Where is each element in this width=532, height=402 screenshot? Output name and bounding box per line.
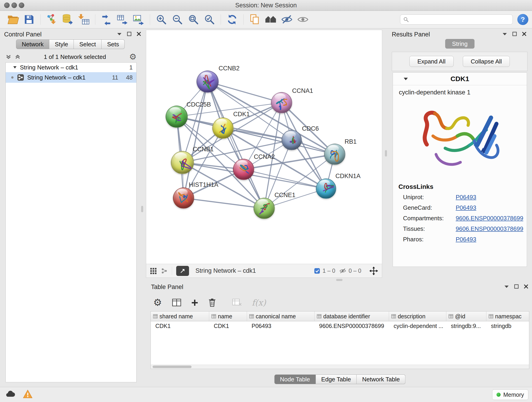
network-node-ccna1[interactable]: [271, 92, 292, 113]
expand-all-networks-icon[interactable]: [15, 54, 21, 60]
close-panel-icon[interactable]: [524, 284, 528, 289]
network-node-hist1h1a[interactable]: [173, 187, 194, 209]
search-field[interactable]: [400, 14, 513, 25]
tab-network[interactable]: Network: [16, 39, 49, 49]
crosslink-link[interactable]: P06493: [456, 194, 476, 201]
network-edge[interactable]: [208, 82, 264, 208]
table-cell[interactable]: stringdb: [486, 321, 529, 331]
tab-edge-table[interactable]: Edge Table: [316, 375, 357, 384]
float-panel-icon[interactable]: [512, 32, 517, 36]
tab-select[interactable]: Select: [74, 39, 101, 49]
network-collection-row[interactable]: String Network – cdk1 1: [6, 63, 136, 72]
pan-crosshair-icon[interactable]: [369, 266, 378, 275]
close-panel-icon[interactable]: [522, 32, 526, 36]
tab-network-table[interactable]: Network Table: [357, 375, 405, 384]
right-splitter-handle[interactable]: [385, 150, 387, 157]
collapse-all-networks-icon[interactable]: [6, 54, 12, 60]
network-node-cdc25b[interactable]: [166, 106, 188, 128]
crosslink-link[interactable]: 9606.ENSP00000378699: [456, 225, 523, 232]
table-options-gear-icon[interactable]: ⚙: [153, 298, 162, 307]
show-all-button[interactable]: [295, 12, 311, 27]
zoom-out-button[interactable]: [169, 12, 185, 27]
memory-button[interactable]: Memory: [492, 389, 528, 400]
network-edge[interactable]: [244, 169, 326, 189]
column-header-database-identifier[interactable]: database identifier: [315, 312, 389, 321]
network-node-cdk1[interactable]: [212, 118, 234, 139]
import-network-from-file-button[interactable]: [44, 12, 60, 27]
show-columns-icon[interactable]: [172, 299, 181, 306]
home-button[interactable]: [263, 12, 279, 27]
network-node-cdkn1a[interactable]: [316, 179, 336, 199]
tab-node-table[interactable]: Node Table: [274, 375, 316, 384]
network-node-ccne1[interactable]: [254, 198, 275, 219]
column-header-description[interactable]: description: [389, 312, 446, 321]
table-cell[interactable]: 9606.ENSP00000378699: [315, 321, 389, 331]
float-panel-icon[interactable]: [514, 284, 519, 289]
column-header-name[interactable]: name: [209, 312, 247, 321]
help-button[interactable]: ?: [517, 14, 528, 25]
delete-column-icon[interactable]: [208, 298, 216, 307]
network-node-ccna2[interactable]: [233, 159, 254, 180]
collapse-panel-icon[interactable]: [504, 285, 509, 288]
collapse-panel-icon[interactable]: [502, 32, 507, 36]
export-table-button[interactable]: [114, 12, 131, 27]
expand-all-button[interactable]: Expand All: [409, 56, 454, 67]
save-session-button[interactable]: [21, 12, 37, 27]
table-cell[interactable]: CDK1: [209, 321, 247, 331]
network-node-cdc6[interactable]: [282, 130, 302, 150]
import-table-from-file-button[interactable]: [76, 12, 92, 27]
tab-sets[interactable]: Sets: [101, 39, 125, 49]
cloud-icon[interactable]: [5, 390, 16, 398]
hide-selected-button[interactable]: [279, 12, 295, 27]
share-network-icon[interactable]: [161, 268, 168, 274]
column-header--id[interactable]: @id: [446, 312, 486, 321]
network-node-rb1[interactable]: [324, 144, 345, 165]
zoom-selected-button[interactable]: [201, 12, 217, 27]
float-panel-icon[interactable]: [127, 32, 132, 36]
network-canvas[interactable]: CCNB2CCNA1CDC25BCDK1CDC6RB1CCNB1CCNA2CDK…: [146, 30, 382, 264]
table-cell[interactable]: CDK1: [151, 321, 209, 331]
column-header-namespac[interactable]: namespac: [486, 312, 529, 321]
export-image-button[interactable]: [131, 12, 147, 27]
crosslink-link[interactable]: 9606.ENSP00000378699: [456, 215, 523, 222]
collapse-panel-icon[interactable]: [117, 32, 122, 36]
network-edge[interactable]: [208, 82, 282, 103]
network-row[interactable]: String Network – cdk1 11 48: [6, 72, 136, 83]
add-column-icon[interactable]: +: [191, 297, 198, 308]
zoom-fit-button[interactable]: [185, 12, 201, 27]
table-row[interactable]: CDK1CDK1P064939606.ENSP00000378699cyclin…: [151, 321, 529, 331]
hidden-eye-slash-icon[interactable]: [339, 268, 346, 274]
tab-style[interactable]: Style: [49, 39, 74, 49]
crosslink-link[interactable]: P06493: [456, 236, 476, 243]
table-horizontal-scrollbar[interactable]: [151, 365, 529, 369]
collapse-all-button[interactable]: Collapse All: [463, 56, 510, 67]
documents-button[interactable]: [247, 12, 263, 27]
search-input[interactable]: [411, 16, 510, 23]
left-splitter-handle[interactable]: [141, 206, 143, 212]
disclosure-triangle-icon[interactable]: [13, 66, 17, 69]
table-cell[interactable]: cyclin-dependent ...: [389, 321, 446, 331]
warning-icon[interactable]: [23, 389, 32, 399]
network-edge[interactable]: [208, 82, 335, 154]
open-in-new-button[interactable]: [176, 266, 189, 276]
network-options-gear-icon[interactable]: ⚙: [129, 53, 137, 61]
table-cell[interactable]: stringdb:9...: [446, 321, 486, 331]
collapse-protein-icon[interactable]: [404, 77, 408, 80]
column-header-shared-name[interactable]: shared name: [151, 312, 209, 321]
crosslink-link[interactable]: P06493: [456, 204, 476, 211]
table-cell[interactable]: P06493: [247, 321, 315, 331]
open-session-button[interactable]: [5, 12, 21, 27]
scrollbar-thumb[interactable]: [152, 366, 191, 368]
grid-view-icon[interactable]: [150, 268, 157, 274]
network-arrows-button[interactable]: [99, 12, 114, 27]
zoom-in-button[interactable]: [153, 12, 169, 27]
horizontal-splitter-handle[interactable]: [336, 279, 342, 281]
network-edge[interactable]: [184, 198, 264, 208]
network-edge[interactable]: [184, 82, 208, 198]
close-panel-icon[interactable]: [137, 32, 141, 36]
column-header-canonical-name[interactable]: canonical name: [247, 312, 315, 321]
selected-checkbox-icon[interactable]: [314, 268, 320, 274]
tab-string[interactable]: String: [445, 39, 475, 49]
apply-preferred-layout-button[interactable]: [224, 12, 240, 27]
network-node-ccnb1[interactable]: [171, 151, 194, 174]
